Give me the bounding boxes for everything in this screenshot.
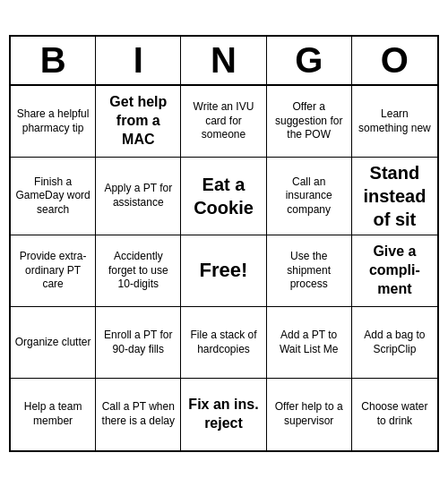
bingo-cell-2: Write an IVU card for someone <box>181 86 266 158</box>
bingo-cell-8: Call an insurance company <box>267 158 352 235</box>
bingo-cell-18: Add a PT to Wait List Me <box>267 307 352 379</box>
bingo-cell-4: Learn something new <box>352 86 437 158</box>
bingo-cell-5: Finish a GameDay word search <box>11 158 96 235</box>
bingo-letter-g: G <box>267 37 352 84</box>
bingo-cell-7: Eat a Cookie <box>181 158 266 235</box>
bingo-cell-11: Accidently forget to use 10-digits <box>96 235 181 307</box>
bingo-cell-20: Help a team member <box>11 379 96 450</box>
bingo-cell-17: File a stack of hardcopies <box>181 307 266 379</box>
bingo-letter-n: N <box>181 37 266 84</box>
bingo-cell-23: Offer help to a supervisor <box>267 379 352 450</box>
bingo-cell-16: Enroll a PT for 90-day fills <box>96 307 181 379</box>
bingo-cell-13: Use the shipment process <box>267 235 352 307</box>
bingo-letter-o: O <box>352 37 437 84</box>
bingo-cell-24: Choose water to drink <box>352 379 437 450</box>
bingo-cell-10: Provide extra-ordinary PT care <box>11 235 96 307</box>
bingo-grid: Share a helpful pharmacy tipGet help fro… <box>11 86 437 450</box>
bingo-cell-22: Fix an ins. reject <box>181 379 266 450</box>
bingo-cell-21: Call a PT when there is a delay <box>96 379 181 450</box>
bingo-cell-15: Organize clutter <box>11 307 96 379</box>
bingo-header: BINGO <box>11 37 437 86</box>
bingo-cell-9: Stand instead of sit <box>352 158 437 235</box>
bingo-card: BINGO Share a helpful pharmacy tipGet he… <box>9 35 439 452</box>
bingo-cell-1: Get help from a MAC <box>96 86 181 158</box>
bingo-cell-19: Add a bag to ScripClip <box>352 307 437 379</box>
bingo-cell-12: Free! <box>181 235 266 307</box>
bingo-cell-0: Share a helpful pharmacy tip <box>11 86 96 158</box>
bingo-letter-b: B <box>11 37 96 84</box>
bingo-cell-14: Give a compli-ment <box>352 235 437 307</box>
bingo-cell-3: Offer a suggestion for the POW <box>267 86 352 158</box>
bingo-cell-6: Apply a PT for assistance <box>96 158 181 235</box>
bingo-letter-i: I <box>96 37 181 84</box>
